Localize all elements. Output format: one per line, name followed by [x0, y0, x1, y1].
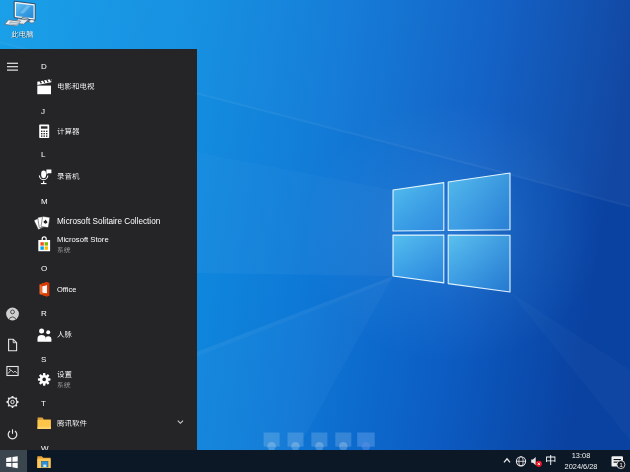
- svg-text:1: 1: [619, 462, 622, 468]
